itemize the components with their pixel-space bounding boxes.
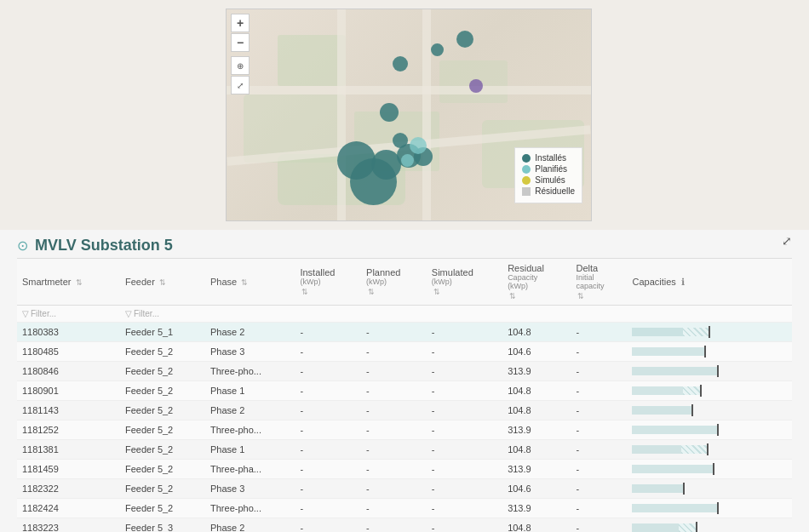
capacities-info-icon[interactable]: ℹ [681,277,685,287]
cell-simulated: - [427,401,502,420]
cell-smartmeter: 1182424 [17,499,120,518]
cell-capacities [627,518,792,533]
cell-smartmeter: 1180901 [17,381,120,401]
cell-smartmeter: 1180846 [17,362,120,381]
cell-delta: - [571,518,627,533]
cell-residual: 313.9 [502,499,571,518]
table-row[interactable]: 1182322Feeder 5_2Phase 3---104.6- [17,479,792,499]
filter-smartmeter-placeholder: Filter... [31,309,56,318]
legend-residuelle-rect [522,187,531,196]
table-row[interactable]: 1181381Feeder 5_2Phase 1---104.8- [17,440,792,460]
table-row[interactable]: 1180846Feeder 5_2Three-pho...---313.9- [17,362,792,381]
capacity-bar-marker [717,502,719,514]
cell-delta: - [571,420,627,440]
map-controls[interactable]: + − ⊕ ⤢ [231,14,250,94]
sort-smartmeter-icon[interactable]: ⇅ [76,278,83,287]
th-planned[interactable]: Planned (kWp) ⇅ [361,259,427,306]
cell-residual: 104.8 [502,518,571,533]
cell-simulated: - [427,362,502,381]
capacity-bar-bg [632,504,717,512]
map-container[interactable]: + − ⊕ ⤢ Installés Planifiés Simulés [226,9,592,221]
table-row[interactable]: 1180901Feeder 5_2Phase 1---104.8- [17,381,792,401]
sort-phase-icon[interactable]: ⇅ [241,278,248,287]
cell-delta: - [571,440,627,460]
compass-button[interactable]: ⊕ [231,56,250,75]
capacity-bar [632,326,734,338]
th-installed[interactable]: Installed (kWp) ⇅ [295,259,361,306]
cell-phase: Phase 3 [205,479,295,499]
th-feeder[interactable]: Feeder ⇅ [120,259,205,306]
cell-phase: Phase 3 [205,342,295,362]
capacity-bar-bg [632,367,717,375]
legend-planned-dot [522,165,531,174]
capacity-bar-bg [632,406,691,415]
capacity-bar [632,502,734,514]
data-table: Smartmeter ⇅ Feeder ⇅ Phase ⇅ Installed … [17,258,792,532]
cell-simulated: - [427,499,502,518]
capacity-bar-marker [709,326,710,338]
filter-feeder-cell[interactable]: ▽ Filter... [120,306,205,323]
capacity-bar [632,385,734,397]
cell-planned: - [361,460,427,479]
map-background: + − ⊕ ⤢ Installés Planifiés Simulés [227,9,591,220]
zoom-out-button[interactable]: − [231,33,250,52]
table-filter-row: ▽ Filter... ▽ Filter... [17,306,792,323]
cell-smartmeter: 1181143 [17,401,120,420]
cell-residual: 104.8 [502,381,571,401]
capacity-bar-marker [700,385,702,397]
cell-capacities [627,381,792,401]
th-phase[interactable]: Phase ⇅ [205,259,295,306]
cell-delta: - [571,342,627,362]
cell-feeder: Feeder 5_3 [120,518,205,533]
sort-planned-icon[interactable]: ⇅ [368,288,375,296]
table-row[interactable]: 1180383Feeder 5_1Phase 2---104.8- [17,323,792,342]
cell-simulated: - [427,420,502,440]
capacity-bar [632,404,734,416]
cell-simulated: - [427,518,502,533]
cell-capacities [627,460,792,479]
cell-smartmeter: 1181381 [17,440,120,460]
cell-planned: - [361,342,427,362]
th-capacities[interactable]: Capacities ℹ [627,259,792,306]
sort-residual-icon[interactable]: ⇅ [509,292,516,300]
sort-feeder-icon[interactable]: ⇅ [159,278,166,287]
table-row[interactable]: 1181143Feeder 5_2Phase 2---104.8- [17,401,792,420]
map-section: + − ⊕ ⤢ Installés Planifiés Simulés [0,0,809,230]
capacity-bar [632,483,734,495]
capacity-bar-marker [707,443,709,455]
cell-capacities [627,440,792,460]
sort-installed-icon[interactable]: ⇅ [301,288,308,296]
cell-installed: - [295,401,361,420]
cell-planned: - [361,440,427,460]
capacity-bar-marker [704,346,706,358]
filter-smartmeter-cell[interactable]: ▽ Filter... [17,306,120,323]
legend-residuelle-label: Résiduelle [535,186,575,196]
cell-residual: 104.8 [502,323,571,342]
capacity-bar-hatched [683,386,700,395]
sort-simulated-icon[interactable]: ⇅ [433,288,440,296]
th-residual[interactable]: Residual Capacity (kWp) ⇅ [502,259,571,306]
th-delta[interactable]: Delta Initial capacity ⇅ [571,259,627,306]
cell-planned: - [361,362,427,381]
map-expand-button[interactable]: ⤢ [231,76,250,94]
cell-delta: - [571,401,627,420]
legend-planned: Planifiés [522,164,575,174]
table-row[interactable]: 1181252Feeder 5_2Three-pho...---313.9- [17,420,792,440]
cell-residual: 313.9 [502,460,571,479]
sort-delta-icon[interactable]: ⇅ [577,292,584,300]
capacity-bar-marker [696,522,697,532]
table-row[interactable]: 1182424Feeder 5_2Three-pho...---313.9- [17,499,792,518]
cell-planned: - [361,323,427,342]
table-row[interactable]: 1181459Feeder 5_2Three-pha...---313.9- [17,460,792,479]
table-header-row: Smartmeter ⇅ Feeder ⇅ Phase ⇅ Installed … [17,259,792,306]
table-row[interactable]: 1180485Feeder 5_2Phase 3---104.6- [17,342,792,362]
cell-capacities [627,479,792,499]
legend-residuelle: Résiduelle [522,186,575,196]
page-expand-icon[interactable]: ⤢ [782,234,792,248]
cell-delta: - [571,362,627,381]
th-smartmeter[interactable]: Smartmeter ⇅ [17,259,120,306]
th-simulated[interactable]: Simulated (kWp) ⇅ [427,259,502,306]
zoom-in-button[interactable]: + [231,14,250,32]
table-row[interactable]: 1183223Feeder 5_3Phase 2---104.8- [17,518,792,533]
capacity-bar-marker [717,424,719,436]
